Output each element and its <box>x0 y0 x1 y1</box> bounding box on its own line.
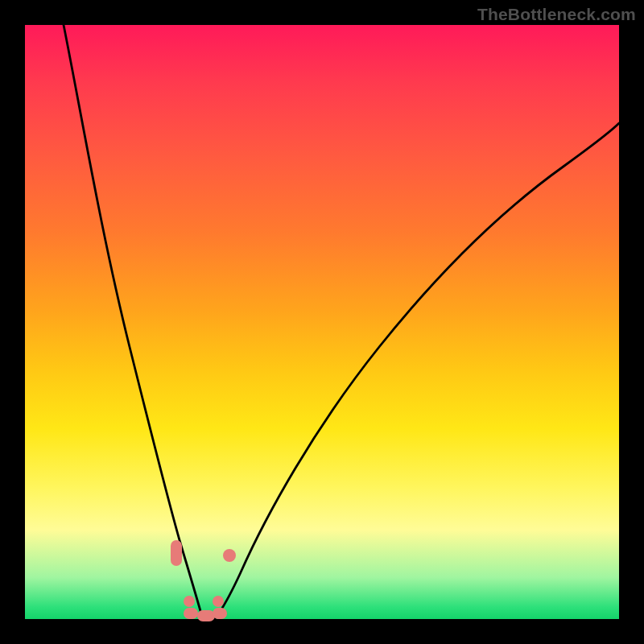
chart-plot-area <box>25 25 619 619</box>
chart-svg <box>25 25 619 619</box>
chart-frame: TheBottleneck.com <box>0 0 644 644</box>
marker-group <box>171 540 236 621</box>
curve-group <box>64 25 619 627</box>
marker-left-sausage <box>171 540 182 566</box>
marker-floor-1 <box>184 608 198 619</box>
marker-floor-2 <box>197 610 215 621</box>
curve-left <box>64 25 205 627</box>
marker-floor-3 <box>213 608 227 619</box>
marker-floor-dot-l <box>184 596 195 607</box>
marker-right-dot <box>223 549 236 562</box>
curve-right <box>205 123 619 627</box>
marker-floor-dot-r <box>213 596 224 607</box>
watermark-text: TheBottleneck.com <box>477 5 636 24</box>
